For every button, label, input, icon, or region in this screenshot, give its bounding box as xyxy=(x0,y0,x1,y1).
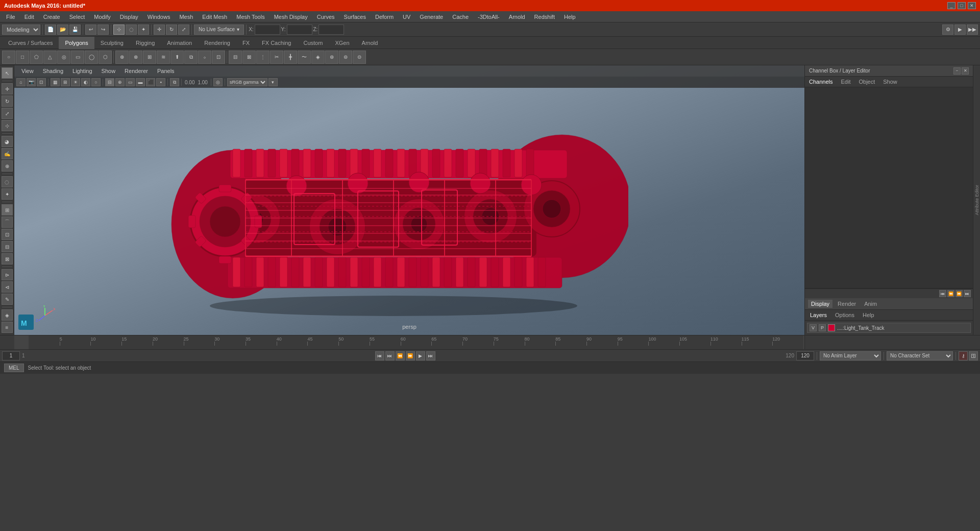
vpt-gamma-settings-button[interactable]: ▾ xyxy=(268,78,278,86)
rotate-lt-button[interactable]: ↻ xyxy=(2,95,13,107)
vpt-region-render-button[interactable]: ▪ xyxy=(156,78,165,86)
shelf-plane-icon[interactable]: ▭ xyxy=(71,51,84,64)
tab-sculpting[interactable]: Sculpting xyxy=(94,37,130,49)
shelf-disc-icon[interactable]: ◯ xyxy=(85,51,98,64)
script-mode-button[interactable]: MEL xyxy=(4,364,24,372)
character-set-select[interactable]: No Character Set xyxy=(887,351,953,360)
menu-redshift[interactable]: Redshift xyxy=(530,13,559,21)
current-frame-input[interactable] xyxy=(2,351,20,360)
quick-select-lt-button[interactable]: ◈ xyxy=(2,309,13,321)
menu-windows[interactable]: Windows xyxy=(143,13,175,21)
snap-surface-lt-button[interactable]: ⊠ xyxy=(2,253,13,264)
go-end-button[interactable]: ⏭ xyxy=(426,351,435,360)
shelf-weld-icon[interactable]: ⊜ xyxy=(339,51,352,64)
vpt-huds-button[interactable]: ⊕ xyxy=(115,78,125,86)
vp-menu-lighting[interactable]: Lighting xyxy=(68,67,96,75)
select-tool-lt-button[interactable]: ↖ xyxy=(2,67,13,79)
save-scene-button[interactable]: 💾 xyxy=(69,25,81,35)
constrain-lt-button[interactable]: ⊲ xyxy=(2,281,13,293)
menu-help[interactable]: Help xyxy=(560,13,580,21)
vpt-gamma-select[interactable]: sRGB gamma xyxy=(227,78,267,86)
shelf-boolean-icon[interactable]: ⊞ xyxy=(143,51,156,64)
vpt-shadow-button[interactable]: ◐ xyxy=(81,78,90,86)
vpt-isolate-button[interactable]: ◎ xyxy=(213,78,223,86)
render-button[interactable]: ▶ xyxy=(954,25,966,35)
shelf-smooth-icon[interactable]: ≋ xyxy=(157,51,170,64)
cb-channels-tab[interactable]: Channels xyxy=(807,78,835,86)
select-tool-button[interactable]: ⊹ xyxy=(113,25,125,35)
paint-select-button[interactable]: ✦ xyxy=(138,25,149,35)
close-button[interactable]: ✕ xyxy=(968,2,976,9)
play-back-button[interactable]: ⏪ xyxy=(396,351,405,360)
snap-curve-lt-button[interactable]: ⌒ xyxy=(2,216,13,228)
shelf-merge-icon[interactable]: ⊛ xyxy=(325,51,338,64)
viewport[interactable]: View Shading Lighting Show Renderer Pane… xyxy=(14,65,804,335)
vpt-grid-button[interactable]: ⊟ xyxy=(105,78,114,86)
z-coord-input[interactable] xyxy=(318,25,344,35)
y-coord-input[interactable] xyxy=(287,25,312,35)
menu-deform[interactable]: Deform xyxy=(371,13,398,21)
cb-object-tab[interactable]: Object xyxy=(856,78,877,86)
attr-editor-label[interactable]: Attribute Editor xyxy=(974,183,980,218)
vp-menu-panels[interactable]: Panels xyxy=(153,67,179,75)
vpt-stereo-button[interactable]: ⧉ xyxy=(170,78,179,86)
menu-uv[interactable]: UV xyxy=(399,13,414,21)
play-forward-button[interactable]: ⏩ xyxy=(406,351,415,360)
new-scene-button[interactable]: 📄 xyxy=(45,25,56,35)
cb-show-tab[interactable]: Show xyxy=(881,78,899,86)
shelf-crease-icon[interactable]: 〜 xyxy=(298,51,311,64)
history-lt-button[interactable]: ⊳ xyxy=(2,269,13,280)
layer-prev-button[interactable]: ⏪ xyxy=(947,290,954,297)
vpt-resolution-gate-button[interactable]: ▬ xyxy=(136,78,145,86)
play-button[interactable]: ▶ xyxy=(416,351,425,360)
shelf-fill-icon[interactable]: ⬦ xyxy=(198,51,211,64)
shelf-cylinder-icon[interactable]: ⬠ xyxy=(30,51,43,64)
snap-view-lt-button[interactable]: ⊟ xyxy=(2,241,13,252)
shelf-insert-edgeloop-icon[interactable]: ⊟ xyxy=(229,51,242,64)
options-menu[interactable]: Options xyxy=(833,311,856,319)
shelf-bridge-icon[interactable]: ⧉ xyxy=(184,51,198,64)
mode-select[interactable]: Modeling xyxy=(2,25,40,35)
keying-button[interactable]: ⚿ xyxy=(969,351,978,360)
vpt-light-button[interactable]: ☀ xyxy=(71,78,80,86)
menu-curves[interactable]: Curves xyxy=(313,13,339,21)
shelf-append-icon[interactable]: ⊡ xyxy=(212,51,225,64)
render-tab[interactable]: Render xyxy=(835,300,859,308)
scale-lt-button[interactable]: ⤢ xyxy=(2,108,13,119)
menu-cache[interactable]: Cache xyxy=(448,13,473,21)
end-frame-input[interactable] xyxy=(796,351,814,360)
shelf-cone-icon[interactable]: △ xyxy=(43,51,57,64)
soft-modify-lt-button[interactable]: ◕ xyxy=(2,136,13,147)
menu-3dtoall[interactable]: -3DtoAll- xyxy=(474,13,504,21)
tab-polygons[interactable]: Polygons xyxy=(59,37,94,49)
menu-arnold[interactable]: Arnold xyxy=(505,13,529,21)
shelf-combine-icon[interactable]: ⊕ xyxy=(115,51,129,64)
vp-menu-show[interactable]: Show xyxy=(97,67,120,75)
layer-color-swatch[interactable] xyxy=(828,324,835,331)
display-tab[interactable]: Display xyxy=(808,300,832,308)
undo-button[interactable]: ↩ xyxy=(85,25,96,35)
timeline[interactable]: 5101520253035404550556065707580859095100… xyxy=(0,335,980,349)
shelf-separate-icon[interactable]: ⊗ xyxy=(129,51,142,64)
menu-create[interactable]: Create xyxy=(39,13,64,21)
shelf-sphere-icon[interactable]: ○ xyxy=(2,51,15,64)
show-manip-lt-button[interactable]: ⊕ xyxy=(2,160,13,172)
layers-menu[interactable]: Layers xyxy=(808,311,829,319)
panel-close-button[interactable]: ✕ xyxy=(962,67,969,75)
tab-arnold[interactable]: Arnold xyxy=(356,37,384,49)
help-menu[interactable]: Help xyxy=(861,311,876,319)
shelf-bevel-icon[interactable]: ◈ xyxy=(311,51,325,64)
maximize-button[interactable]: □ xyxy=(958,2,966,9)
layer-prev-prev-button[interactable]: ⏮ xyxy=(939,290,946,297)
layer-playback-button[interactable]: P xyxy=(819,324,826,331)
menu-edit-mesh[interactable]: Edit Mesh xyxy=(198,13,231,21)
paint-lt-button[interactable]: ✦ xyxy=(2,188,13,200)
menu-display[interactable]: Display xyxy=(116,13,142,21)
vpt-ao-button[interactable]: ○ xyxy=(91,78,101,86)
render-seq-button[interactable]: ▶▶ xyxy=(967,25,978,35)
tab-fx[interactable]: FX xyxy=(236,37,256,49)
tab-curves-surfaces[interactable]: Curves / Surfaces xyxy=(2,37,59,49)
shelf-average-icon[interactable]: ⊝ xyxy=(353,51,366,64)
menu-edit[interactable]: Edit xyxy=(20,13,38,21)
render-settings-button[interactable]: ⚙ xyxy=(942,25,953,35)
